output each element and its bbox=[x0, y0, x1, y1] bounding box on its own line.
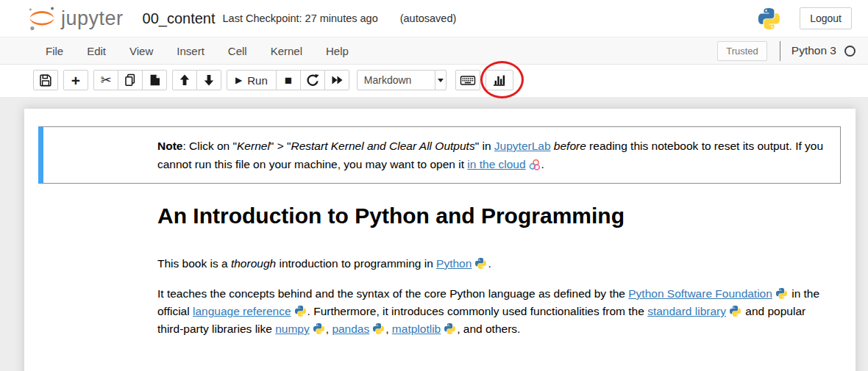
python-icon bbox=[474, 257, 487, 270]
notebook-title[interactable]: 00_content bbox=[143, 10, 216, 27]
markdown-cell: An Introduction to Python and Programmin… bbox=[38, 203, 841, 338]
menu-cell[interactable]: Cell bbox=[216, 37, 259, 64]
keyboard-icon bbox=[460, 73, 476, 87]
restart-icon bbox=[305, 73, 320, 87]
python-icon bbox=[294, 305, 307, 317]
python-icon bbox=[729, 305, 741, 317]
p1-text: . bbox=[488, 257, 491, 270]
divider bbox=[780, 41, 780, 61]
run-button[interactable]: ▶ Run bbox=[227, 70, 277, 90]
chevron-down-icon bbox=[438, 79, 444, 82]
menu-view[interactable]: View bbox=[118, 37, 165, 64]
p2-text: , and others. bbox=[457, 323, 520, 335]
menu-insert[interactable]: Insert bbox=[165, 37, 216, 64]
note-restart-italic: Restart Kernel and Clear All Outputs bbox=[291, 140, 475, 152]
arrow-up-icon bbox=[177, 73, 192, 87]
notebook-container: Note: Click on "Kernel" > "Restart Kerne… bbox=[24, 109, 855, 371]
autosave-status: (autosaved) bbox=[400, 12, 457, 24]
menu-edit[interactable]: Edit bbox=[75, 37, 118, 64]
scissors-icon: ✂ bbox=[100, 73, 111, 87]
arrow-down-icon bbox=[202, 73, 216, 87]
note-kernel-italic: Kernel bbox=[237, 140, 270, 152]
p1-text: This book is a bbox=[157, 257, 231, 270]
binder-icon bbox=[529, 159, 541, 171]
menubar: File Edit View Insert Cell Kernel Help T… bbox=[0, 37, 868, 65]
menu-kernel[interactable]: Kernel bbox=[259, 37, 314, 64]
paragraph-1: This book is a thorough introduction to … bbox=[157, 255, 828, 273]
matplotlib-link[interactable]: matplotlib bbox=[392, 323, 441, 335]
note-box: Note: Click on "Kernel" > "Restart Kerne… bbox=[38, 126, 841, 184]
toolbar: + ✂ ▶ Run ■ bbox=[0, 65, 868, 97]
python-icon bbox=[372, 323, 385, 335]
move-cell-down-button[interactable] bbox=[196, 70, 221, 90]
kernel-name: Python 3 bbox=[791, 44, 836, 57]
paste-icon bbox=[147, 73, 162, 87]
standard-library-link[interactable]: standard library bbox=[647, 305, 726, 317]
note-before-italic: before bbox=[551, 140, 586, 152]
p1-text: introduction to programming in bbox=[276, 257, 436, 270]
jupyter-logo-icon bbox=[26, 4, 57, 32]
menu-help[interactable]: Help bbox=[314, 37, 360, 64]
pandas-link[interactable]: pandas bbox=[332, 323, 369, 335]
save-icon bbox=[38, 73, 53, 87]
restart-kernel-button[interactable] bbox=[300, 70, 325, 90]
p2-text: It teaches the concepts behind and the s… bbox=[157, 287, 628, 300]
stop-icon: ■ bbox=[285, 74, 292, 87]
note-label: Note bbox=[157, 140, 182, 152]
python-icon bbox=[313, 323, 325, 335]
python-link[interactable]: Python bbox=[436, 257, 472, 270]
copy-icon bbox=[123, 73, 138, 87]
note-text: " in bbox=[475, 140, 494, 152]
bar-chart-button[interactable] bbox=[485, 70, 513, 90]
note-text: . bbox=[541, 158, 544, 170]
cut-cell-button[interactable]: ✂ bbox=[93, 70, 118, 90]
p1-thorough-italic: thorough bbox=[231, 257, 276, 270]
page-title: An Introduction to Python and Programmin… bbox=[157, 203, 833, 228]
note-text: " > " bbox=[270, 140, 291, 152]
jupyter-logo-text: jupyter bbox=[61, 7, 124, 30]
p2-text: , bbox=[385, 323, 392, 335]
interrupt-kernel-button[interactable]: ■ bbox=[276, 70, 301, 90]
paste-cell-button[interactable] bbox=[142, 70, 167, 90]
cloud-link[interactable]: in the cloud bbox=[467, 158, 525, 170]
cell-type-value: Markdown bbox=[357, 74, 435, 86]
jupyter-logo[interactable]: jupyter bbox=[26, 4, 124, 32]
trusted-badge[interactable]: Trusted bbox=[717, 41, 767, 61]
play-icon: ▶ bbox=[235, 75, 242, 85]
paragraph-2: It teaches the concepts behind and the s… bbox=[157, 285, 828, 338]
plus-icon: + bbox=[71, 73, 80, 88]
cell-type-select[interactable]: Markdown bbox=[357, 70, 447, 90]
kernel-idle-icon bbox=[844, 46, 855, 57]
command-palette-button[interactable] bbox=[455, 70, 480, 90]
checkpoint-status: Last Checkpoint: 27 minutes ago bbox=[223, 12, 378, 24]
python-logo-icon bbox=[757, 7, 781, 31]
fast-forward-icon bbox=[330, 73, 344, 87]
python-icon bbox=[775, 287, 788, 300]
jupyterlab-link[interactable]: JupyterLab bbox=[494, 140, 551, 152]
p2-text: . Furthermore, it introduces commonly us… bbox=[307, 305, 648, 317]
header: jupyter 00_content Last Checkpoint: 27 m… bbox=[0, 0, 868, 37]
save-button[interactable] bbox=[33, 70, 58, 90]
logout-button[interactable]: Logout bbox=[800, 7, 852, 29]
numpy-link[interactable]: numpy bbox=[275, 323, 310, 335]
psf-link[interactable]: Python Software Foundation bbox=[628, 287, 772, 300]
note-text: : Click on " bbox=[182, 140, 237, 152]
select-arrow-segment[interactable] bbox=[435, 71, 446, 90]
add-cell-button[interactable]: + bbox=[63, 70, 88, 90]
move-cell-up-button[interactable] bbox=[172, 70, 197, 90]
restart-run-all-button[interactable] bbox=[324, 70, 349, 90]
python-icon bbox=[444, 323, 456, 335]
language-reference-link[interactable]: language reference bbox=[193, 305, 291, 317]
run-label: Run bbox=[247, 74, 268, 87]
notebook-site: Note: Click on "Kernel" > "Restart Kerne… bbox=[0, 97, 868, 371]
menu-file[interactable]: File bbox=[34, 37, 75, 64]
copy-cell-button[interactable] bbox=[118, 70, 143, 90]
bar-chart-icon bbox=[491, 73, 507, 87]
